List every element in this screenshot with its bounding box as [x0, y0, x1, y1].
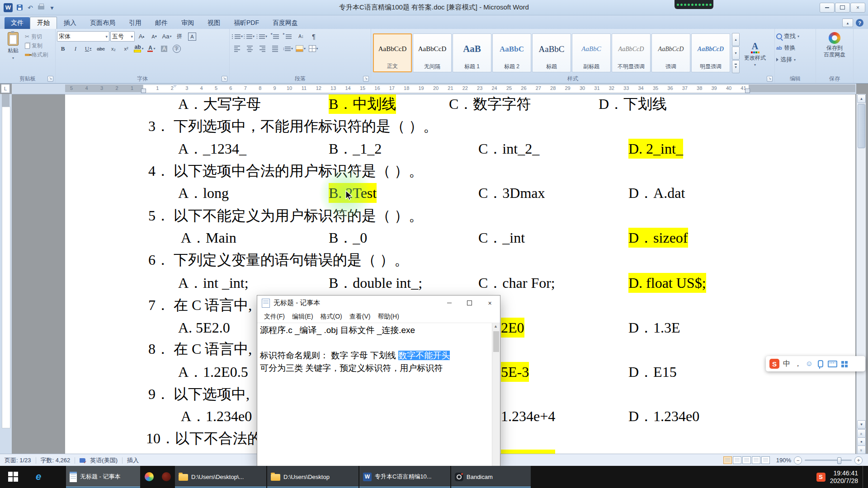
document-scrollbar[interactable]: ▲ ▼ « ● »	[856, 94, 866, 454]
notepad-scrollbar[interactable]: ▲	[492, 323, 500, 466]
paste-button[interactable]: 粘贴 ▾	[1, 30, 25, 75]
left-indent-marker[interactable]	[141, 89, 146, 93]
previous-page-icon[interactable]: «	[857, 429, 866, 438]
borders-icon[interactable]: ▾	[307, 43, 319, 54]
show-marks-icon[interactable]: ¶	[308, 31, 320, 42]
zoom-level[interactable]: 190%	[776, 457, 791, 464]
next-page-icon[interactable]: »	[857, 446, 866, 454]
decrease-indent-icon[interactable]: ◂	[270, 31, 282, 42]
tab-8[interactable]: 百度网盘	[266, 17, 305, 29]
notepad-maximize-button[interactable]	[459, 296, 480, 310]
increase-indent-icon[interactable]: ▸	[283, 31, 294, 42]
zoom-slider[interactable]	[805, 460, 852, 461]
ime-punctuation-toggle[interactable]: ，	[794, 359, 802, 369]
font-name-combo[interactable]: 宋体▾	[57, 31, 109, 42]
qat-customize-icon[interactable]: ▾	[48, 4, 56, 12]
first-line-indent-marker[interactable]	[173, 84, 177, 88]
close-button[interactable]: ×	[850, 3, 865, 13]
status-page[interactable]: 页面: 1/23	[5, 456, 31, 465]
notepad-text-area[interactable]: 源程序.c _编译_ .obj 目标文件 _连接.exe 标识符命名规则： 数字…	[257, 323, 500, 466]
select-button[interactable]: 选择▾	[776, 54, 814, 66]
text-highlight-icon[interactable]: ab▾	[133, 43, 145, 54]
styles-dialog-launcher-icon[interactable]: ↘	[767, 76, 773, 82]
zoom-in-icon[interactable]: +	[854, 456, 863, 465]
maximize-button[interactable]	[835, 3, 850, 13]
change-styles-button[interactable]: A 更改样式 ▾	[741, 39, 769, 67]
italic-icon[interactable]: I	[70, 43, 81, 54]
numbering-icon[interactable]: ▾	[245, 31, 256, 42]
taskbar-item-2[interactable]: 无标题 - 记事本	[66, 466, 140, 488]
line-spacing-icon[interactable]: ↕▾	[282, 43, 294, 54]
taskbar-pinned-icon-3[interactable]	[141, 466, 157, 488]
tab-selector[interactable]: L	[1, 84, 10, 93]
horizontal-ruler[interactable]: 5432112345678910111213141516171819202122…	[12, 83, 856, 94]
show-desktop-button[interactable]	[863, 466, 866, 488]
character-shading-icon[interactable]: A	[158, 43, 170, 54]
change-case-icon[interactable]: Aa▾	[161, 31, 173, 42]
taskbar-item-7[interactable]: 专升本C语言精编10...	[359, 466, 450, 488]
font-color-icon[interactable]: A▾	[146, 43, 157, 54]
shrink-font-icon[interactable]: A▾	[148, 31, 160, 42]
notepad-scrollbar-thumb[interactable]	[493, 331, 499, 352]
cut-button[interactable]: ✂剪切	[25, 33, 48, 40]
phonetic-guide-icon[interactable]: 拼	[174, 31, 185, 42]
subscript-icon[interactable]: x₂	[108, 43, 119, 54]
minimize-ribbon-icon[interactable]: ▴	[842, 19, 853, 27]
ime-mode-toggle[interactable]: 中	[783, 359, 791, 369]
notepad-menu-0[interactable]: 文件(F)	[261, 312, 288, 322]
ime-emoji-icon[interactable]: ☺	[805, 360, 813, 368]
grow-font-icon[interactable]: A▴	[136, 31, 147, 42]
taskbar-pinned-icon-1[interactable]	[27, 466, 50, 488]
styles-scroll-up-icon[interactable]: ▴	[732, 33, 740, 46]
tab-3[interactable]: 引用	[122, 17, 148, 29]
vertical-ruler[interactable]	[0, 94, 12, 454]
sogou-logo-icon[interactable]: S	[769, 359, 779, 369]
styles-scroll-down-icon[interactable]: ▾	[732, 47, 740, 60]
notepad-minimize-button[interactable]	[439, 296, 459, 310]
shading-icon[interactable]: ▾	[295, 43, 307, 54]
taskbar-item-6[interactable]: D:\Users\Desktop	[267, 466, 359, 488]
status-word-count[interactable]: 字数: 4,262	[41, 456, 71, 465]
tab-4[interactable]: 邮件	[148, 17, 175, 29]
find-button[interactable]: 查找▾	[776, 30, 814, 42]
notepad-menu-1[interactable]: 编辑(E)	[289, 312, 316, 322]
copy-button[interactable]: 复制	[25, 42, 48, 49]
style-item[interactable]: AaBbCcD不明显强调	[612, 33, 651, 72]
print-layout-view-icon[interactable]	[723, 456, 732, 464]
bold-icon[interactable]: B	[57, 43, 69, 54]
align-right-icon[interactable]	[256, 43, 268, 54]
styles-more-icon[interactable]: ▾	[732, 60, 740, 73]
save-icon[interactable]	[15, 4, 24, 12]
print-preview-icon[interactable]	[37, 4, 45, 12]
notepad-title-bar[interactable]: 无标题 - 记事本 ×	[257, 296, 500, 310]
scroll-down-icon[interactable]: ▼	[857, 420, 866, 429]
scroll-up-icon[interactable]: ▲	[857, 94, 866, 103]
web-layout-view-icon[interactable]	[742, 456, 751, 464]
taskbar-item-8[interactable]: Bandicam	[451, 466, 531, 488]
scrollbar-thumb[interactable]	[858, 104, 865, 148]
status-language[interactable]: 英语(美国)	[90, 456, 118, 465]
tab-6[interactable]: 视图	[201, 17, 227, 29]
sort-icon[interactable]: A↕	[295, 31, 307, 42]
style-item[interactable]: AaBbCcD强调	[651, 33, 690, 72]
tab-2[interactable]: 页面布局	[83, 17, 122, 29]
status-insert-mode[interactable]: 插入	[127, 456, 139, 465]
ime-mic-icon[interactable]	[816, 360, 825, 367]
save-to-baidu-button[interactable]: 保存到 百度网盘	[817, 30, 852, 58]
select-browse-object-icon[interactable]: ●	[857, 437, 866, 446]
font-size-combo[interactable]: 五号▾	[110, 31, 135, 42]
zoom-slider-thumb[interactable]	[837, 457, 841, 464]
tab-1[interactable]: 插入	[57, 17, 83, 29]
start-button[interactable]	[0, 466, 26, 488]
outline-view-icon[interactable]	[752, 456, 760, 464]
notepad-scroll-up-icon[interactable]: ▲	[494, 324, 498, 328]
align-left-icon[interactable]	[231, 43, 243, 54]
notepad-menu-2[interactable]: 格式(O)	[317, 312, 345, 322]
align-center-icon[interactable]	[244, 43, 255, 54]
tab-0[interactable]: 开始	[30, 17, 57, 29]
right-indent-marker[interactable]	[745, 89, 750, 93]
word-app-icon[interactable]: W	[4, 3, 13, 12]
style-item[interactable]: AaBbC标题 2	[492, 33, 531, 72]
replace-button[interactable]: ab替换	[776, 42, 814, 54]
style-item[interactable]: AaBbCcD正文	[373, 33, 412, 72]
